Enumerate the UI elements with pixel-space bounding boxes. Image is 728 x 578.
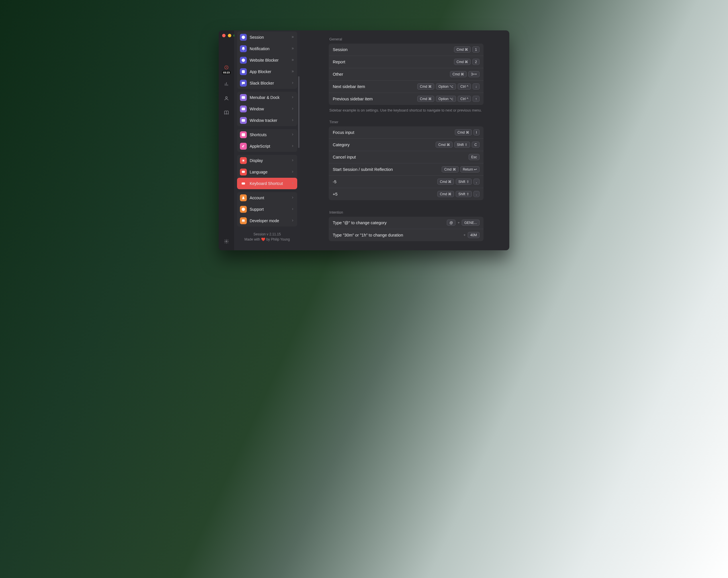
shortcut-label: Focus input xyxy=(333,130,354,135)
plus-separator: + xyxy=(463,233,466,237)
sidebar-item-website-blocker[interactable]: Website Blocker xyxy=(237,54,297,66)
chat-icon xyxy=(240,80,247,86)
shortcut-keys: Cmd ⌘Shift ⇧. xyxy=(437,191,479,197)
key-cap: 40M xyxy=(468,232,479,238)
key-cap: , xyxy=(473,179,479,185)
svg-point-2 xyxy=(226,241,227,242)
minimize-icon[interactable] xyxy=(228,34,231,37)
key-cap: Cmd ⌘ xyxy=(454,46,471,53)
key-cap: Cmd ⌘ xyxy=(442,166,459,173)
nav-rail: 03:23 xyxy=(219,30,234,250)
sidebar-item-label: AppleScript xyxy=(250,144,288,149)
timer-value: 03:23 xyxy=(222,71,230,74)
window-icon xyxy=(240,94,247,101)
app-icon xyxy=(240,68,247,75)
globe-icon xyxy=(240,57,247,64)
rail-settings[interactable] xyxy=(221,236,232,247)
shortcut-row: CategoryCmd ⌘Shift ⇧C xyxy=(329,139,484,151)
chevron-double-right-icon xyxy=(291,69,294,74)
svg-rect-14 xyxy=(242,183,245,184)
sidebar-item-window[interactable]: Window xyxy=(237,103,297,115)
chevron-right-icon xyxy=(291,181,294,186)
sidebar-item-label: Menubar & Dock xyxy=(250,95,288,100)
chevron-double-right-icon xyxy=(291,58,294,62)
svg-rect-10 xyxy=(242,133,245,136)
window-icon xyxy=(240,105,247,112)
sidebar-item-label: Window tracker xyxy=(250,118,288,123)
sidebar-group: Shortcutsf(x)AppleScript xyxy=(237,129,297,152)
shortcut-row: OtherCmd ⌘3++ xyxy=(329,68,484,80)
settings-sidebar: SessionNotificationWebsite BlockerApp Bl… xyxy=(234,30,300,250)
fx-icon: f(x) xyxy=(240,143,247,150)
sidebar-item-app-blocker[interactable]: App Blocker xyxy=(237,66,297,77)
plus-separator: + xyxy=(457,221,460,225)
key-cap: Esc xyxy=(469,154,479,160)
shortcut-keys: Cmd ⌘Shift ⇧C xyxy=(436,142,479,148)
sidebar-item-support[interactable]: Support xyxy=(237,204,297,215)
sidebar-scrollbar[interactable] xyxy=(298,76,300,148)
section-title-general: General xyxy=(329,37,484,41)
shortcut-keys: Cmd ⌘Option ⌥Ctrl ^↑ xyxy=(417,96,479,102)
key-cap: . xyxy=(473,191,479,197)
shortcut-keys: @+GENE... xyxy=(447,220,479,226)
section-hint-general: Sidebar example is on settings. Use the … xyxy=(329,108,483,113)
close-icon[interactable] xyxy=(222,34,226,37)
shortcut-row: Start Session / submit ReflectionCmd ⌘Re… xyxy=(329,163,484,175)
bell-icon xyxy=(240,45,247,52)
chevron-right-icon xyxy=(291,118,294,123)
chevron-right-icon xyxy=(291,170,294,174)
key-cap: 1 xyxy=(472,46,479,53)
chevron-right-icon xyxy=(291,144,294,149)
key-cap: Cmd ⌘ xyxy=(417,96,434,102)
key-cap: Cmd ⌘ xyxy=(450,71,467,77)
key-cap: Cmd ⌘ xyxy=(417,83,434,90)
user-icon xyxy=(240,194,247,201)
shortcut-row: Type "@" to change category@+GENE... xyxy=(329,217,484,229)
sidebar-item-label: Website Blocker xyxy=(250,58,288,62)
rail-reports[interactable] xyxy=(221,79,232,90)
sidebar-item-display[interactable]: Display xyxy=(237,155,297,166)
shortcut-label: Next sidebar item xyxy=(333,84,365,89)
sidebar-item-account[interactable]: Account xyxy=(237,192,297,204)
sidebar-item-language[interactable]: Language xyxy=(237,166,297,178)
svg-point-15 xyxy=(243,197,244,198)
sidebar-item-keyboard-shortcut[interactable]: Keyboard Shortcut xyxy=(237,178,297,189)
sidebar-item-slack-blocker[interactable]: Slack Blocker xyxy=(237,77,297,89)
shortcut-label: Cancel input xyxy=(333,155,356,159)
section-title-timer: Timer xyxy=(329,120,484,124)
shortcut-keys: Cmd ⌘Return ↩︎ xyxy=(442,166,479,173)
sidebar-item-developer-mode[interactable]: Developer mode xyxy=(237,215,297,226)
shortcut-row: Type "30m" or "1h" to change duration+40… xyxy=(329,229,484,241)
shortcut-keys: Esc xyxy=(469,154,479,160)
sidebar-item-shortcuts[interactable]: Shortcuts xyxy=(237,129,297,141)
shortcut-label: Report xyxy=(333,60,345,64)
svg-point-12 xyxy=(243,160,244,161)
sidebar-item-menubar-dock[interactable]: Menubar & Dock xyxy=(237,92,297,103)
shortcut-keys: Cmd ⌘2 xyxy=(454,59,479,65)
rail-timer[interactable]: 03:23 xyxy=(221,64,232,75)
sidebar-item-label: Account xyxy=(250,196,288,200)
sun-icon xyxy=(240,157,247,164)
sidebar-item-applescript[interactable]: f(x)AppleScript xyxy=(237,141,297,152)
svg-text:f(x): f(x) xyxy=(242,146,244,148)
shortcut-keys: Cmd ⌘1 xyxy=(454,46,479,53)
chevron-right-icon xyxy=(291,95,294,100)
shortcut-label: Type "30m" or "1h" to change duration xyxy=(333,233,403,237)
key-cap: Return ↩︎ xyxy=(460,166,479,173)
sidebar-item-session[interactable]: Session xyxy=(237,31,297,43)
rail-library[interactable] xyxy=(221,107,232,118)
sidebar-item-label: Support xyxy=(250,207,288,211)
shortcut-label: -5 xyxy=(333,179,337,184)
sidebar-item-notification[interactable]: Notification xyxy=(237,43,297,54)
shortcut-keys: +40M xyxy=(463,232,479,238)
sidebar-group: DisplayLanguageKeyboard Shortcut xyxy=(237,155,297,189)
bar-chart-icon xyxy=(224,81,229,86)
sidebar-item-label: App Blocker xyxy=(250,69,288,74)
chevron-right-icon xyxy=(291,107,294,111)
book-icon xyxy=(224,110,229,115)
svg-rect-7 xyxy=(242,96,245,99)
chevron-right-icon xyxy=(291,219,294,223)
sidebar-item-window-tracker[interactable]: Window tracker xyxy=(237,115,297,126)
rail-profile[interactable] xyxy=(221,93,232,104)
shortcut-keys: Cmd ⌘Option ⌥Ctrl ^↓ xyxy=(417,83,479,90)
